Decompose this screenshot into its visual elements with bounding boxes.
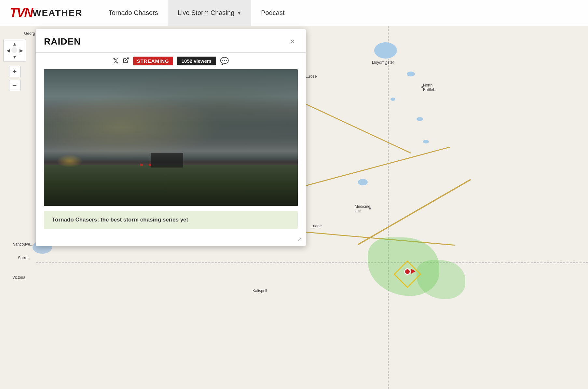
- popup-panel: RAIDEN × 𝕏 STREAMING 1052 viewers 💬 Torn…: [36, 29, 306, 246]
- city-label-georg: Georg: [24, 31, 35, 36]
- svg-line-0: [125, 58, 128, 60]
- map-lake-6: [358, 179, 368, 185]
- pan-center[interactable]: [11, 47, 17, 53]
- pan-right[interactable]: ▶: [18, 47, 24, 54]
- city-label-vancouver: Vancouve...: [13, 242, 33, 247]
- city-label-medicine-hat: MedicineHat: [355, 204, 370, 213]
- pan-down-right[interactable]: [18, 54, 24, 60]
- pan-up-right[interactable]: [18, 41, 24, 47]
- map-controls: ▲ ◀ ▶ ▼ + −: [3, 39, 26, 91]
- external-link-icon[interactable]: [123, 57, 129, 65]
- map-lake-4: [417, 117, 423, 121]
- video-structure: [151, 153, 183, 168]
- city-label-rose: ...rose: [306, 74, 317, 79]
- header: TVNweather Tornado Chasers Live Storm Ch…: [0, 0, 588, 26]
- city-label-ridge: ...ridge: [310, 224, 322, 228]
- pan-left[interactable]: ◀: [5, 47, 11, 54]
- video-ground: [44, 165, 298, 206]
- main-nav: Tornado Chasers Live Storm Chasing ▼ Pod…: [99, 0, 294, 26]
- map-border-line-horizontal: [36, 262, 588, 263]
- viewers-badge: 1052 viewers: [177, 57, 216, 65]
- popup-toolbar: 𝕏 STREAMING 1052 viewers 💬: [36, 53, 306, 69]
- pan-down[interactable]: ▼: [11, 54, 18, 60]
- city-label-north-battleford: NorthBattlef...: [423, 83, 437, 92]
- popup-header: RAIDEN ×: [36, 29, 306, 53]
- video-storm-overlay: [44, 69, 298, 165]
- popup-resize-handle[interactable]: ⟋: [36, 234, 306, 246]
- video-player[interactable]: [44, 69, 298, 206]
- pan-up[interactable]: ▲: [11, 41, 18, 47]
- pan-control[interactable]: ▲ ◀ ▶ ▼: [3, 39, 26, 62]
- map-highway-2: [293, 147, 450, 190]
- logo-tvn: TVN: [10, 6, 33, 20]
- map-lake-5: [423, 140, 429, 143]
- map-lake-3: [390, 98, 395, 101]
- pan-down-left[interactable]: [5, 54, 11, 60]
- twitter-icon[interactable]: 𝕏: [113, 57, 119, 65]
- pan-up-left[interactable]: [5, 41, 11, 47]
- map-lake-1: [374, 42, 397, 59]
- map-highway-1: [293, 98, 411, 154]
- city-label-victoria: Victoria: [12, 275, 25, 280]
- chat-icon[interactable]: 💬: [220, 57, 229, 65]
- map-lake-2: [407, 72, 415, 76]
- zoom-in-button[interactable]: +: [9, 66, 21, 77]
- city-label-surrey: Surre...: [18, 256, 31, 260]
- weather-radar-patch-2: [417, 260, 465, 299]
- nav-live-storm-chasing[interactable]: Live Storm Chasing ▼: [168, 0, 251, 26]
- city-label-kalispell: Kalispell: [253, 288, 267, 293]
- streaming-badge: STREAMING: [133, 57, 173, 65]
- popup-close-button[interactable]: ×: [287, 36, 298, 47]
- nav-tornado-chasers[interactable]: Tornado Chasers: [99, 0, 168, 26]
- nav-live-storm-chasing-label: Live Storm Chasing: [178, 9, 235, 17]
- logo: TVNweather: [0, 6, 92, 20]
- logo-weather: weather: [33, 8, 82, 18]
- video-lights: [140, 164, 151, 166]
- map-highway-4: [358, 179, 471, 245]
- video-light-glow: [57, 154, 83, 168]
- city-label-lloydminster: Lloydminster: [372, 60, 394, 65]
- nav-podcast[interactable]: Podcast: [251, 0, 294, 26]
- zoom-out-button[interactable]: −: [9, 80, 21, 91]
- nav-dropdown-arrow: ▼: [237, 10, 241, 16]
- popup-title: RAIDEN: [44, 36, 81, 47]
- map-border-line-vertical: [388, 26, 389, 389]
- popup-description: Tornado Chasers: the best storm chasing …: [44, 211, 298, 229]
